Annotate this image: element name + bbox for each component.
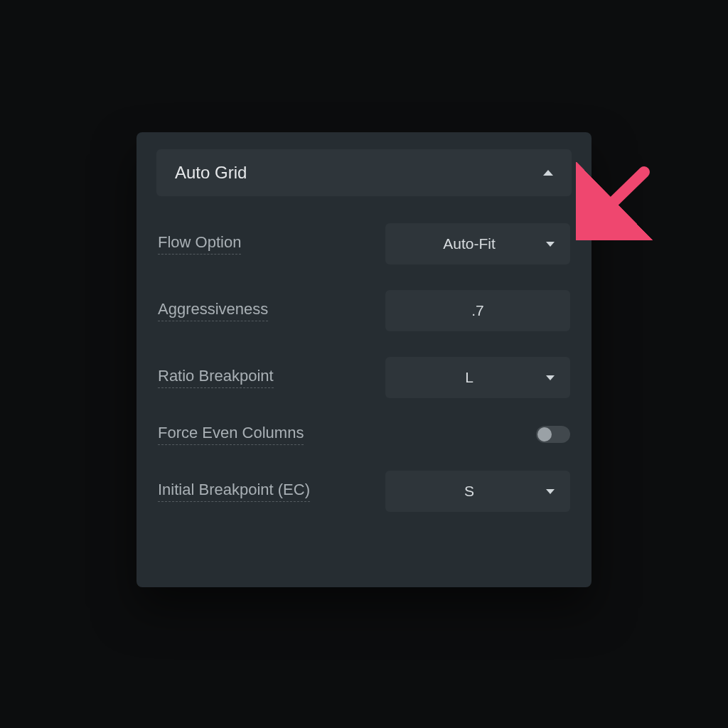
section-header-auto-grid[interactable]: Auto Grid: [156, 149, 572, 196]
row-aggressiveness: Aggressiveness .7: [156, 277, 572, 344]
flow-option-select[interactable]: Auto-Fit: [385, 223, 570, 264]
flow-option-value: Auto-Fit: [401, 235, 537, 252]
chevron-down-icon: [546, 242, 555, 247]
row-ratio-breakpoint: Ratio Breakpoint L: [156, 344, 572, 411]
chevron-down-icon: [546, 489, 555, 494]
label-ratio-breakpoint: Ratio Breakpoint: [158, 367, 274, 388]
ratio-breakpoint-select[interactable]: L: [385, 357, 570, 398]
svg-line-1: [590, 172, 644, 225]
auto-grid-panel: Auto Grid Flow Option Auto-Fit Aggressiv…: [136, 132, 592, 587]
toggle-knob: [537, 427, 552, 441]
aggressiveness-input[interactable]: .7: [385, 290, 570, 331]
label-initial-breakpoint: Initial Breakpoint (EC): [158, 481, 310, 502]
initial-breakpoint-value: S: [401, 483, 537, 500]
force-even-columns-toggle[interactable]: [536, 426, 570, 443]
label-force-even-columns: Force Even Columns: [158, 424, 304, 445]
label-flow-option: Flow Option: [158, 233, 241, 255]
settings-rows: Flow Option Auto-Fit Aggressiveness .7 R…: [156, 210, 572, 525]
chevron-up-icon: [543, 170, 553, 176]
chevron-down-icon: [546, 375, 555, 380]
row-initial-breakpoint: Initial Breakpoint (EC) S: [156, 458, 572, 525]
section-title: Auto Grid: [175, 163, 247, 183]
initial-breakpoint-select[interactable]: S: [385, 471, 570, 512]
aggressiveness-value: .7: [471, 302, 484, 319]
ratio-breakpoint-value: L: [401, 369, 537, 386]
label-aggressiveness: Aggressiveness: [158, 300, 268, 321]
row-force-even-columns: Force Even Columns: [156, 411, 572, 458]
row-flow-option: Flow Option Auto-Fit: [156, 210, 572, 277]
